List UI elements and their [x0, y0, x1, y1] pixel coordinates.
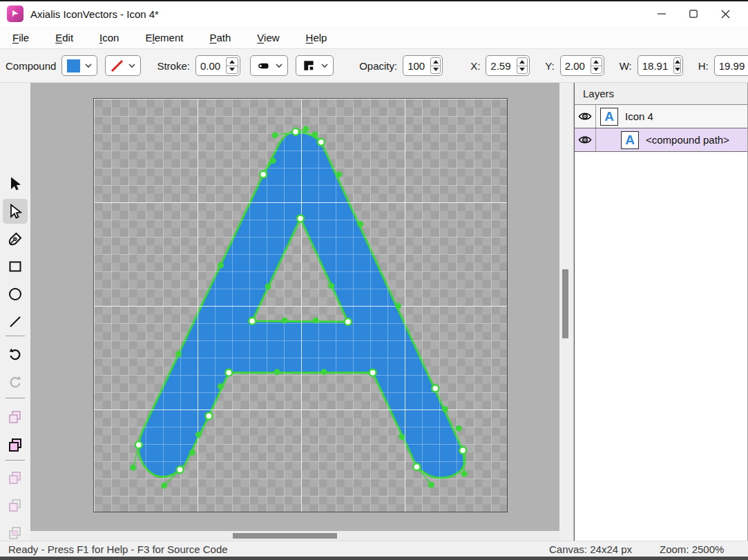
select-tool[interactable] — [3, 171, 28, 196]
handle-point[interactable] — [218, 383, 224, 389]
layers-panel: Layers AIcon 4A<compound path> — [574, 83, 748, 541]
menu-item-element[interactable]: Element — [137, 29, 191, 46]
compound-button[interactable] — [3, 432, 28, 457]
menu-item-path[interactable]: Path — [201, 29, 239, 46]
y-label: Y: — [545, 60, 554, 72]
horizontal-scrollbar[interactable] — [30, 531, 559, 541]
handle-point[interactable] — [320, 369, 327, 375]
anchor-point[interactable] — [292, 128, 299, 135]
handle-point[interactable] — [461, 471, 468, 477]
opacity-input[interactable]: 100 — [403, 55, 443, 76]
layer-row[interactable]: AIcon 4 — [575, 105, 747, 128]
anchor-point[interactable] — [297, 215, 304, 222]
line-join-dropdown[interactable] — [296, 55, 334, 76]
handle-point[interactable] — [428, 482, 434, 488]
union-button[interactable] — [3, 465, 28, 490]
anchor-point[interactable] — [177, 466, 184, 473]
handle-point[interactable] — [357, 221, 363, 227]
chevron-down-icon — [321, 63, 328, 68]
handle-point[interactable] — [270, 157, 276, 164]
ellipse-tool[interactable] — [3, 282, 28, 307]
layer-row[interactable]: A<compound path> — [575, 128, 747, 152]
anchor-point[interactable] — [249, 318, 256, 325]
handle-point[interactable] — [175, 351, 182, 357]
handle-point[interactable] — [189, 450, 195, 456]
menu-item-help[interactable]: Help — [298, 29, 336, 46]
spinner-buttons[interactable] — [673, 57, 680, 74]
canvas-workspace[interactable] — [30, 83, 559, 541]
handle-point[interactable] — [282, 317, 288, 323]
spin-down-icon — [227, 66, 238, 74]
horizontal-scrollbar-thumb[interactable] — [233, 533, 337, 539]
vertical-scrollbar[interactable] — [559, 83, 574, 541]
handle-point[interactable] — [395, 303, 401, 309]
stroke-color-dropdown[interactable] — [105, 55, 141, 76]
spinner-buttons[interactable] — [591, 57, 602, 74]
rectangle-tool[interactable] — [3, 254, 28, 279]
anchor-point[interactable] — [318, 139, 325, 146]
fill-color-dropdown[interactable] — [61, 55, 97, 76]
group-button[interactable] — [3, 405, 28, 429]
handle-point[interactable] — [218, 262, 224, 269]
handle-point[interactable] — [303, 126, 309, 132]
handle-point[interactable] — [161, 483, 167, 489]
ellipse-icon — [7, 286, 23, 302]
spinner-buttons[interactable] — [517, 57, 528, 74]
spinner-buttons[interactable] — [226, 57, 238, 74]
subtract-button[interactable] — [3, 493, 28, 518]
spinner-buttons[interactable] — [430, 57, 441, 74]
line-cap-dropdown[interactable] — [250, 55, 288, 76]
vertical-scrollbar-thumb[interactable] — [562, 269, 568, 338]
row-divider — [595, 105, 596, 128]
pen-nib-icon — [7, 231, 23, 247]
handle-point[interactable] — [399, 434, 405, 440]
layer-visibility-toggle[interactable] — [575, 111, 595, 122]
anchor-point[interactable] — [459, 447, 466, 454]
handle-point[interactable] — [312, 317, 318, 323]
handle-point[interactable] — [311, 131, 318, 137]
close-button[interactable] — [709, 3, 741, 24]
anchor-point[interactable] — [205, 412, 212, 419]
anchor-point[interactable] — [413, 463, 420, 470]
menu-item-file[interactable]: File — [4, 29, 37, 46]
status-bar: Ready - Press F1 for Help - F3 for Sourc… — [0, 541, 748, 560]
menu-item-edit[interactable]: Edit — [47, 29, 81, 46]
redo-button[interactable] — [3, 370, 28, 395]
direct-select-tool[interactable] — [3, 199, 28, 224]
minimize-button[interactable] — [646, 3, 678, 24]
anchor-point[interactable] — [345, 318, 352, 325]
stroke-width-input[interactable]: 0.00 — [195, 55, 240, 76]
anchor-point[interactable] — [370, 369, 376, 376]
layer-visibility-toggle[interactable] — [575, 135, 595, 145]
selection-mode-label: Compound — [6, 60, 56, 72]
handle-point[interactable] — [442, 406, 448, 412]
chevron-down-icon — [276, 63, 282, 68]
line-tool[interactable] — [3, 309, 28, 334]
undo-button[interactable] — [3, 342, 28, 367]
handle-point[interactable] — [130, 465, 136, 471]
handle-point[interactable] — [195, 432, 202, 438]
group-icon — [6, 408, 24, 426]
line-join-icon — [301, 59, 316, 73]
h-input[interactable]: 19.99 — [714, 55, 748, 76]
menu-item-icon[interactable]: Icon — [91, 29, 127, 46]
handle-point[interactable] — [456, 425, 462, 432]
spin-down-icon — [591, 66, 602, 74]
x-input[interactable]: 2.59 — [486, 55, 530, 76]
anchor-point[interactable] — [432, 385, 439, 392]
handle-point[interactable] — [272, 132, 278, 138]
y-input[interactable]: 2.00 — [560, 55, 604, 76]
maximize-button[interactable] — [678, 3, 709, 24]
handle-point[interactable] — [274, 369, 280, 375]
w-input[interactable]: 18.91 — [637, 55, 683, 76]
menu-item-view[interactable]: View — [249, 29, 287, 46]
pen-tool[interactable] — [3, 226, 28, 251]
compound-icon — [6, 436, 24, 454]
anchor-point[interactable] — [260, 171, 267, 178]
anchor-point[interactable] — [135, 441, 142, 448]
handle-point[interactable] — [265, 284, 271, 290]
handle-point[interactable] — [328, 283, 334, 289]
anchor-point[interactable] — [225, 369, 232, 376]
handle-point[interactable] — [336, 171, 342, 177]
icon-canvas[interactable] — [93, 98, 508, 512]
